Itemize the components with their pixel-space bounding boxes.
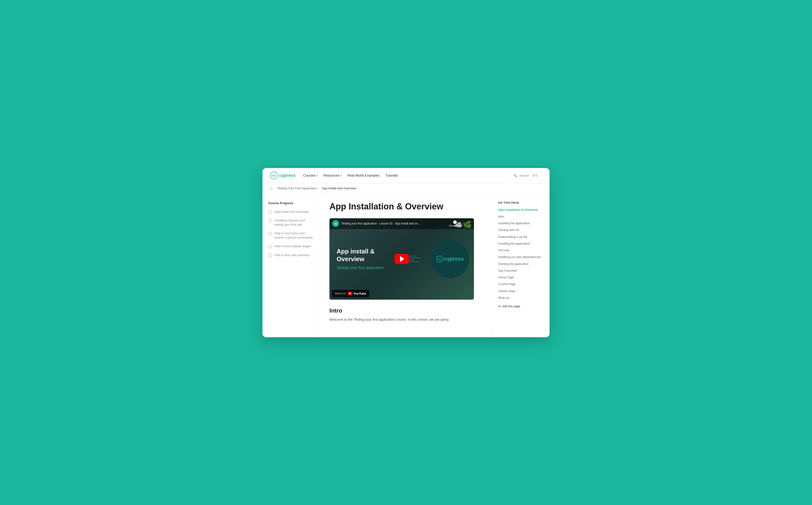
toc-item-1[interactable]: App Installation & Overview (498, 208, 544, 212)
nav-item-resources[interactable]: Resources ▾ (324, 174, 342, 177)
toc-item-3[interactable]: Installing the application (498, 221, 544, 225)
logo-text: cypress (279, 173, 295, 178)
sidebar-item-label-5: How to test user journeys (274, 253, 310, 257)
chevron-down-icon: ▾ (317, 174, 318, 177)
toc-item-8[interactable]: Installing our npm dependencies (498, 255, 544, 259)
sidebar: Course Progress App Install and Overview… (262, 194, 320, 337)
chevron-down-icon: ▾ (341, 174, 342, 177)
sidebar-item-5[interactable]: How to test user journeys (268, 253, 314, 257)
search-keyboard-shortcut: ⌘ K (531, 174, 539, 178)
search-label: Search (519, 174, 529, 177)
logo[interactable]: cy cypress (270, 172, 295, 179)
main-layout: Course Progress App Install and Overview… (262, 194, 550, 337)
toc-item-2[interactable]: Intro (498, 215, 544, 218)
progress-radio-3[interactable] (268, 232, 272, 235)
breadcrumb-item-course[interactable]: Testing Your First Application (277, 186, 317, 190)
sidebar-item-2[interactable]: Installing Cypress and writing your firs… (268, 218, 314, 227)
progress-radio-5[interactable] (268, 254, 272, 257)
toc-item-10[interactable]: App Overview (498, 269, 544, 273)
sidebar-title: Course Progress (268, 201, 314, 205)
breadcrumb: ⌂ › Testing Your First Application › App… (262, 183, 550, 194)
toc-heading: ON THIS PAGE (498, 201, 544, 204)
video-footer: Watch on YouTube (332, 290, 369, 297)
cypress-icon: cy (436, 256, 443, 262)
edit-icon: ✎ (498, 304, 501, 308)
cypress-logo-circle: cy cypress (431, 240, 469, 278)
video-right-panel: ☁️🌿 cy cypress (426, 218, 474, 300)
edit-page-link[interactable]: ✎ edit this page (498, 304, 544, 308)
sidebar-item-label-3: How to test forms and custom Cypress com… (274, 231, 314, 240)
toc-item-13[interactable]: Lesson page (498, 289, 544, 293)
toc-item-12[interactable]: Course Page (498, 282, 544, 286)
intro-text: Welcome to the Testing your first applic… (330, 317, 482, 322)
breadcrumb-separator: › (319, 186, 320, 190)
page-title: App Installation & Overview (330, 201, 482, 211)
search-icon: 🔍 (514, 174, 517, 177)
toc-item-9[interactable]: Starting the application (498, 262, 544, 266)
nav-item-courses[interactable]: Courses ▾ (303, 174, 318, 177)
sidebar-item-3[interactable]: How to test forms and custom Cypress com… (268, 231, 314, 240)
breadcrumb-separator: › (274, 186, 275, 190)
toc-item-7[interactable]: VSCode (498, 248, 544, 252)
video-subtitle: Testing your first application (337, 266, 419, 270)
progress-radio-2[interactable] (268, 219, 272, 222)
nav-items: Courses ▾ Resources ▾ Real World Example… (303, 174, 502, 177)
breadcrumb-item-current: App Install and Overview (322, 186, 357, 190)
main-content: App Installation & Overview cy Testing y… (320, 194, 492, 337)
toc-item-5[interactable]: Downloading a zip file (498, 235, 544, 239)
cloud-decoration: ☁️🌿 (454, 221, 471, 229)
progress-radio-1[interactable] (268, 210, 272, 214)
toc-item-11[interactable]: Home Page (498, 276, 544, 279)
browser-window: cy cypress Courses ▾ Resources ▾ Real Wo… (262, 168, 550, 337)
progress-radio-4[interactable] (268, 244, 272, 248)
video-embed[interactable]: cy Testing your first application - Less… (330, 218, 474, 300)
youtube-logo[interactable]: YouTube (348, 292, 366, 295)
sidebar-item-4[interactable]: How to test multiple pages (268, 244, 314, 248)
home-icon[interactable]: ⌂ (270, 186, 272, 190)
sidebar-item-label-4: How to test multiple pages (274, 244, 311, 248)
watch-on-label: Watch on (335, 292, 346, 295)
navbar: cy cypress Courses ▾ Resources ▾ Real Wo… (262, 168, 550, 183)
toc-item-4[interactable]: Cloning with Git (498, 228, 544, 232)
toc-item-6[interactable]: Installing the application (498, 242, 544, 245)
intro-heading: Intro (330, 307, 482, 314)
youtube-icon (348, 292, 352, 295)
nav-item-rwe[interactable]: Real World Examples (347, 174, 379, 177)
play-button[interactable] (395, 254, 409, 264)
search-bar[interactable]: 🔍 Search ⌘ K (510, 172, 542, 179)
toc-item-14[interactable]: Wrap up (498, 296, 544, 300)
logo-icon: cy (270, 172, 278, 179)
sidebar-item-label-2: Installing Cypress and writing your firs… (274, 218, 314, 227)
edit-label: edit this page (502, 305, 520, 308)
nav-item-tutorials[interactable]: Tutorials (385, 174, 398, 177)
table-of-contents: ON THIS PAGE App Installation & Overview… (492, 194, 550, 337)
sidebar-item-1[interactable]: App Install and Overview (268, 210, 314, 214)
sidebar-item-label-1: App Install and Overview (274, 210, 309, 214)
cypress-brand: cy cypress (436, 256, 464, 262)
